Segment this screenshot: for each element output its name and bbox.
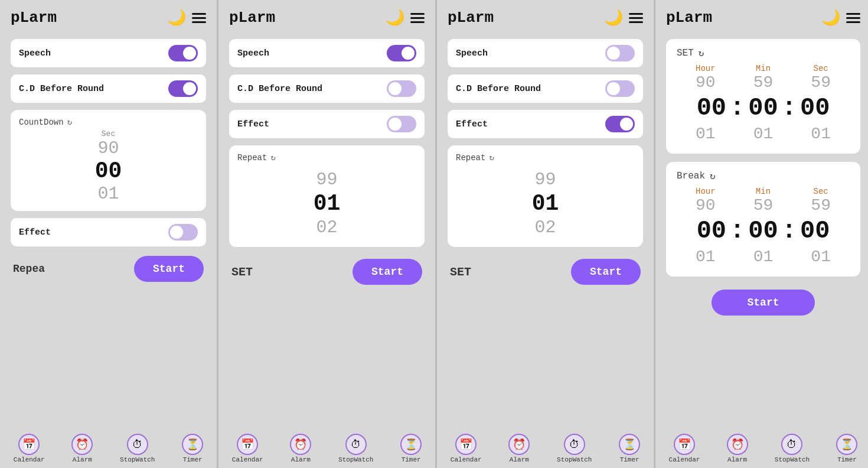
effect-toggle-1[interactable] xyxy=(168,224,198,240)
menu-icon-2[interactable] xyxy=(410,13,425,23)
nav-timer-2[interactable]: ⏳ Timer xyxy=(400,434,422,463)
set-min-top-4: 59 xyxy=(753,73,774,92)
alarm-icon-4: ⏰ xyxy=(727,434,748,455)
set-sec-top-4: 59 xyxy=(811,73,831,92)
break-card-title-4: Break ↻ xyxy=(677,170,850,182)
nav-label-timer-4: Timer xyxy=(837,456,857,463)
nav-calendar-3[interactable]: 📅 Calendar xyxy=(451,434,482,463)
speech-toggle-2[interactable] xyxy=(387,45,416,61)
break-sec-mid-4: 00 xyxy=(800,217,830,245)
content-4: SET ↻ Hour 90 Min 59 Sec 59 00 : xyxy=(655,33,868,430)
repeat-start-row-1: Repea Start xyxy=(11,254,206,284)
start-button-4[interactable]: Start xyxy=(712,290,814,316)
header-4: pLarm 🌙 xyxy=(655,0,868,33)
nav-timer-4[interactable]: ⏳ Timer xyxy=(836,434,857,463)
moon-icon-4[interactable]: 🌙 xyxy=(821,8,840,27)
menu-icon-1[interactable] xyxy=(192,13,206,23)
nav-label-timer-2: Timer xyxy=(402,456,421,463)
nav-alarm-1[interactable]: ⏰ Alarm xyxy=(71,434,93,463)
moon-icon-1[interactable]: 🌙 xyxy=(167,8,186,27)
nav-stopwatch-3[interactable]: ⏱ StopWatch xyxy=(557,434,592,463)
nav-label-stopwatch-1: StopWatch xyxy=(120,456,155,463)
menu-icon-3[interactable] xyxy=(629,13,643,23)
nav-stopwatch-2[interactable]: ⏱ StopWatch xyxy=(338,434,373,463)
break-colon2-4: : xyxy=(782,217,797,245)
set-card-4: SET ↻ Hour 90 Min 59 Sec 59 00 : xyxy=(666,39,860,154)
nav-stopwatch-1[interactable]: ⏱ StopWatch xyxy=(120,434,155,463)
content-1: Speech C.D Before Round CountDown ↻ Sec … xyxy=(0,33,217,430)
speech-toggle-1[interactable] xyxy=(168,45,198,61)
speech-toggle-row-3: Speech xyxy=(448,39,643,67)
nav-timer-3[interactable]: ⏳ Timer xyxy=(619,434,640,463)
start-button-3[interactable]: Start xyxy=(571,259,641,285)
nav-timer-1[interactable]: ⏳ Timer xyxy=(182,434,203,463)
moon-icon-3[interactable]: 🌙 xyxy=(604,8,623,27)
set-min-mid-4: 00 xyxy=(748,94,778,122)
app-title-4: pLarm xyxy=(666,9,712,27)
cd-toggle-1[interactable] xyxy=(168,80,198,97)
panel-3: pLarm 🌙 Speech C.D Before Round Effect xyxy=(437,0,654,468)
break-colon1-4: : xyxy=(730,217,745,245)
timer-icon-1: ⏳ xyxy=(182,434,203,455)
nav-label-alarm-4: Alarm xyxy=(727,456,747,463)
nav-calendar-1[interactable]: 📅 Calendar xyxy=(14,434,45,463)
effect-toggle-2[interactable] xyxy=(387,116,416,132)
nav-alarm-2[interactable]: ⏰ Alarm xyxy=(290,434,311,463)
repeat-numbers-3: 99 01 02 xyxy=(456,165,635,240)
effect-toggle-row-2: Effect xyxy=(229,110,425,138)
set-min-bot-4: 01 xyxy=(753,125,774,143)
nav-stopwatch-4[interactable]: ⏱ StopWatch xyxy=(775,434,810,463)
nav-calendar-2[interactable]: 📅 Calendar xyxy=(232,434,263,463)
set-sec-bot-4: 01 xyxy=(811,125,831,143)
effect-label-3: Effect xyxy=(456,119,488,129)
app-title-3: pLarm xyxy=(448,9,494,27)
set-hour-bot-4: 01 xyxy=(696,125,716,143)
reset-icon-repeat-3[interactable]: ↻ xyxy=(489,152,494,162)
header-icons-1: 🌙 xyxy=(167,8,206,27)
set-label-3: SET xyxy=(450,265,471,279)
set-colon1-4: : xyxy=(730,94,745,122)
moon-icon-2[interactable]: 🌙 xyxy=(386,8,404,27)
reset-icon-repeat-2[interactable]: ↻ xyxy=(270,152,275,162)
nav-alarm-3[interactable]: ⏰ Alarm xyxy=(508,434,530,463)
header-icons-3: 🌙 xyxy=(604,8,643,27)
repeat-num-bot-3: 02 xyxy=(534,217,556,238)
header-1: pLarm 🌙 xyxy=(0,0,217,33)
start-button-2[interactable]: Start xyxy=(353,259,422,285)
countdown-col-label-1: Sec xyxy=(102,129,115,138)
effect-label-1: Effect xyxy=(19,228,51,238)
nav-label-alarm-2: Alarm xyxy=(291,456,311,463)
break-sec-bot-4: 01 xyxy=(811,248,831,266)
nav-label-timer-3: Timer xyxy=(620,456,639,463)
reset-icon-set-4[interactable]: ↻ xyxy=(699,47,704,59)
stopwatch-icon-2: ⏱ xyxy=(345,434,367,455)
nav-alarm-4[interactable]: ⏰ Alarm xyxy=(727,434,748,463)
panel-1: pLarm 🌙 Speech C.D Before Round CountD xyxy=(0,0,217,468)
speech-toggle-row-1: Speech xyxy=(11,39,206,67)
menu-icon-4[interactable] xyxy=(846,13,860,23)
nav-label-calendar-2: Calendar xyxy=(232,456,263,463)
cd-toggle-row-2: C.D Before Round xyxy=(229,74,425,103)
calendar-icon-1: 📅 xyxy=(18,434,40,455)
cd-toggle-3[interactable] xyxy=(605,80,635,97)
repeat-num-mid-2: 01 xyxy=(314,191,341,216)
repeat-label-1: Repea xyxy=(13,263,45,275)
speech-toggle-3[interactable] xyxy=(605,45,635,61)
cd-toggle-2[interactable] xyxy=(387,80,416,97)
effect-toggle-row-3: Effect xyxy=(448,110,643,138)
stopwatch-icon-4: ⏱ xyxy=(781,434,802,455)
break-sec-col-4: Sec 59 xyxy=(811,187,831,214)
set-sec-mid-4: 00 xyxy=(800,94,830,122)
reset-icon-countdown-1[interactable]: ↻ xyxy=(67,117,72,127)
start-button-1[interactable]: Start xyxy=(134,256,204,282)
break-time-row-4: 00 : 00 : 00 xyxy=(677,217,850,245)
nav-label-stopwatch-3: StopWatch xyxy=(557,456,592,463)
start-row-4: Start xyxy=(666,285,860,320)
bottom-nav-1: 📅 Calendar ⏰ Alarm ⏱ StopWatch ⏳ Timer xyxy=(0,430,217,468)
nav-calendar-4[interactable]: 📅 Calendar xyxy=(669,434,700,463)
break-min-col-4: Min 59 xyxy=(753,187,774,214)
effect-toggle-3[interactable] xyxy=(605,116,635,132)
reset-icon-break-4[interactable]: ↻ xyxy=(710,170,716,182)
speech-label-1: Speech xyxy=(19,48,51,58)
repeat-num-bot-2: 02 xyxy=(316,217,337,238)
